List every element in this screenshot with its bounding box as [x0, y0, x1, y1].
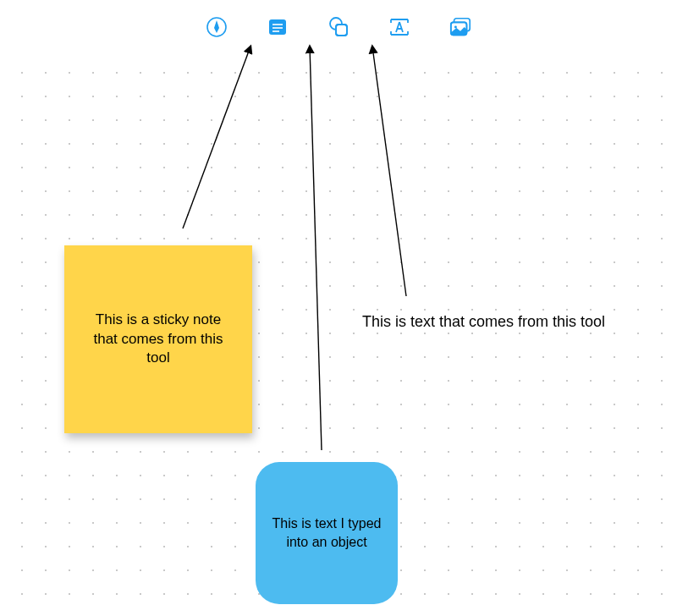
- pen-tool-button[interactable]: [205, 15, 228, 39]
- text-element[interactable]: This is text that comes from this tool: [362, 313, 605, 331]
- sticky-note-text: This is a sticky note that comes from th…: [85, 311, 232, 369]
- sticky-note-tool-button[interactable]: [266, 15, 289, 39]
- pen-icon: [206, 16, 228, 38]
- text-icon: [388, 17, 411, 37]
- media-tool-button[interactable]: [449, 15, 472, 39]
- media-icon: [449, 16, 472, 38]
- svg-rect-6: [336, 25, 347, 36]
- shapes-icon: [327, 15, 350, 39]
- shape-tool-button[interactable]: [327, 15, 350, 39]
- sticky-note-icon: [267, 16, 289, 38]
- toolbar: [205, 15, 472, 39]
- shape-object[interactable]: This is text I typed into an object: [256, 462, 398, 604]
- sticky-note[interactable]: This is a sticky note that comes from th…: [64, 245, 252, 433]
- shape-object-text: This is text I typed into an object: [271, 514, 383, 551]
- svg-rect-1: [269, 19, 286, 35]
- text-element-content: This is text that comes from this tool: [362, 313, 605, 330]
- text-tool-button[interactable]: [388, 15, 411, 39]
